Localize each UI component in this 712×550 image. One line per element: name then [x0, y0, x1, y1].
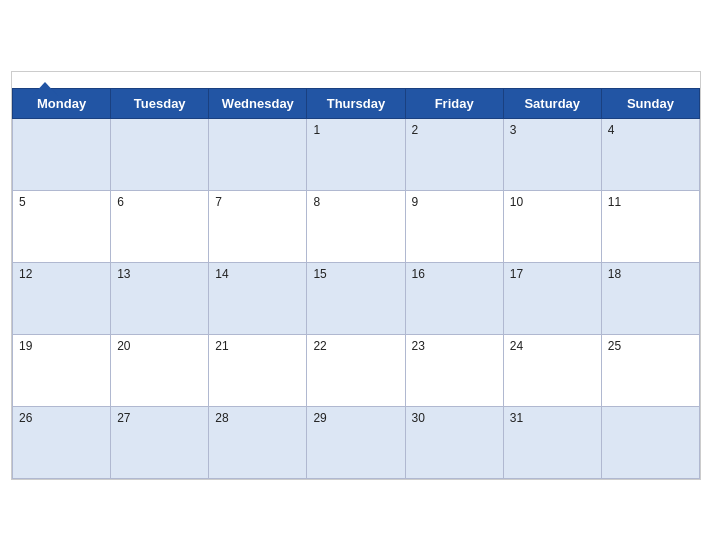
day-number: 8: [313, 195, 320, 209]
calendar-day-17: 17: [503, 262, 601, 334]
weekday-header-row: MondayTuesdayWednesdayThursdayFridaySatu…: [13, 88, 700, 118]
day-number: 15: [313, 267, 326, 281]
calendar-day-5: 5: [13, 190, 111, 262]
calendar-week-row: 19202122232425: [13, 334, 700, 406]
day-number: 23: [412, 339, 425, 353]
day-number: 16: [412, 267, 425, 281]
day-number: 12: [19, 267, 32, 281]
calendar-day-29: 29: [307, 406, 405, 478]
calendar-day-14: 14: [209, 262, 307, 334]
day-number: 1: [313, 123, 320, 137]
calendar-week-row: 567891011: [13, 190, 700, 262]
day-number: 5: [19, 195, 26, 209]
calendar-week-row: 12131415161718: [13, 262, 700, 334]
calendar-day-30: 30: [405, 406, 503, 478]
calendar-day-22: 22: [307, 334, 405, 406]
brand-logo-area: [28, 80, 60, 98]
calendar-day-21: 21: [209, 334, 307, 406]
calendar-week-row: 262728293031: [13, 406, 700, 478]
calendar-header: [12, 72, 700, 88]
weekday-sunday: Sunday: [601, 88, 699, 118]
day-number: 27: [117, 411, 130, 425]
day-number: 22: [313, 339, 326, 353]
day-number: 25: [608, 339, 621, 353]
calendar-table: MondayTuesdayWednesdayThursdayFridaySatu…: [12, 88, 700, 479]
calendar-day-25: 25: [601, 334, 699, 406]
calendar-day-16: 16: [405, 262, 503, 334]
weekday-wednesday: Wednesday: [209, 88, 307, 118]
calendar-day-7: 7: [209, 190, 307, 262]
day-number: 29: [313, 411, 326, 425]
day-number: 14: [215, 267, 228, 281]
day-number: 10: [510, 195, 523, 209]
day-number: 20: [117, 339, 130, 353]
calendar-day-10: 10: [503, 190, 601, 262]
calendar-day-11: 11: [601, 190, 699, 262]
calendar-day-empty: [601, 406, 699, 478]
calendar-day-28: 28: [209, 406, 307, 478]
day-number: 30: [412, 411, 425, 425]
calendar-day-4: 4: [601, 118, 699, 190]
day-number: 17: [510, 267, 523, 281]
day-number: 4: [608, 123, 615, 137]
day-number: 26: [19, 411, 32, 425]
calendar-day-31: 31: [503, 406, 601, 478]
day-number: 6: [117, 195, 124, 209]
calendar-day-24: 24: [503, 334, 601, 406]
calendar-day-23: 23: [405, 334, 503, 406]
day-number: 31: [510, 411, 523, 425]
day-number: 18: [608, 267, 621, 281]
calendar-day-6: 6: [111, 190, 209, 262]
day-number: 2: [412, 123, 419, 137]
day-number: 3: [510, 123, 517, 137]
calendar-day-empty: [111, 118, 209, 190]
day-number: 13: [117, 267, 130, 281]
calendar-day-2: 2: [405, 118, 503, 190]
calendar-day-empty: [13, 118, 111, 190]
weekday-saturday: Saturday: [503, 88, 601, 118]
calendar-day-12: 12: [13, 262, 111, 334]
day-number: 21: [215, 339, 228, 353]
calendar-day-3: 3: [503, 118, 601, 190]
calendar-week-row: 1234: [13, 118, 700, 190]
calendar-day-20: 20: [111, 334, 209, 406]
calendar-day-empty: [209, 118, 307, 190]
brand-triangle-icon: [30, 80, 60, 98]
weekday-friday: Friday: [405, 88, 503, 118]
calendar-day-1: 1: [307, 118, 405, 190]
calendar: MondayTuesdayWednesdayThursdayFridaySatu…: [11, 71, 701, 480]
day-number: 9: [412, 195, 419, 209]
day-number: 19: [19, 339, 32, 353]
calendar-day-19: 19: [13, 334, 111, 406]
calendar-day-13: 13: [111, 262, 209, 334]
calendar-day-18: 18: [601, 262, 699, 334]
calendar-day-27: 27: [111, 406, 209, 478]
calendar-day-9: 9: [405, 190, 503, 262]
day-number: 7: [215, 195, 222, 209]
calendar-day-26: 26: [13, 406, 111, 478]
weekday-tuesday: Tuesday: [111, 88, 209, 118]
weekday-thursday: Thursday: [307, 88, 405, 118]
day-number: 24: [510, 339, 523, 353]
calendar-day-8: 8: [307, 190, 405, 262]
svg-marker-0: [32, 82, 58, 96]
calendar-day-15: 15: [307, 262, 405, 334]
day-number: 28: [215, 411, 228, 425]
day-number: 11: [608, 195, 621, 209]
